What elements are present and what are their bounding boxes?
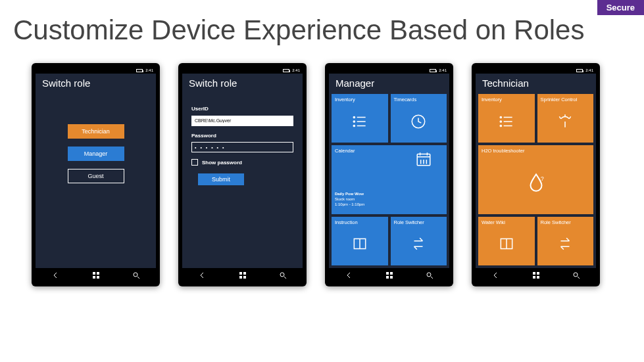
svg-point-10 [280,273,284,277]
svg-point-14 [353,121,355,122]
windows-icon[interactable] [385,271,393,279]
back-icon[interactable] [492,271,500,279]
userid-input[interactable] [191,116,293,126]
svg-line-5 [137,277,139,279]
technician-button[interactable]: Technician [68,124,124,139]
submit-button[interactable]: Submit [198,173,244,185]
nav-bar [36,268,156,283]
svg-rect-29 [390,272,393,275]
tile-label: Water Wiki [482,219,532,225]
tile-instruction[interactable]: Instruction [332,217,388,265]
status-bar: 2:41 [182,67,303,74]
svg-line-11 [284,277,286,279]
svg-point-34 [500,116,501,118]
nav-bar [329,268,449,283]
screen-title: Switch role [182,74,303,91]
tile-grid: Inventory Timecards Calendar Daily Pow W… [329,91,449,268]
tile-h2o-troubleshooter[interactable]: H2O troubleshooter ? [478,145,593,214]
tile-inventory[interactable]: Inventory [332,94,388,143]
back-icon[interactable] [345,271,353,279]
svg-point-16 [353,125,355,126]
switch-icon [541,225,591,263]
list-icon [335,102,385,140]
page-title: Customize Device Experience Based on Rol… [0,0,644,46]
back-icon[interactable] [199,271,207,279]
svg-point-36 [500,121,501,122]
svg-point-4 [134,273,137,277]
calendar-icon [414,150,433,168]
password-input[interactable] [191,142,293,152]
screen: Switch role Technician Manager Guest [36,74,156,268]
svg-line-52 [578,277,580,279]
svg-rect-8 [239,276,242,279]
phone-switch-role-buttons: 2:41 Switch role Technician Manager Gues… [32,63,160,286]
svg-rect-6 [239,272,242,275]
tile-sprinkler-control[interactable]: Sprinkler Control [537,94,594,143]
tile-water-wiki[interactable]: Water Wiki [478,217,535,265]
svg-point-51 [574,273,578,277]
svg-line-41 [560,116,561,118]
tile-inventory[interactable]: Inventory [478,94,535,143]
tile-label: Instruction [335,219,385,225]
search-icon[interactable] [132,271,140,279]
tile-label: Role Switcher [541,219,591,225]
tile-timecards[interactable]: Timecards [391,94,447,143]
windows-icon[interactable] [92,271,100,279]
windows-icon[interactable] [239,271,247,279]
status-time: 2:41 [292,68,300,72]
show-password-checkbox[interactable] [191,159,198,166]
show-password-row[interactable]: Show password [191,159,293,166]
svg-rect-0 [93,272,95,275]
svg-rect-50 [537,276,539,279]
battery-icon [136,69,143,72]
svg-line-33 [431,277,433,279]
screen-title: Manager [329,74,449,91]
search-icon[interactable] [279,271,287,279]
list-icon [482,102,532,140]
sprinkler-icon [541,102,591,140]
svg-rect-1 [97,272,99,275]
show-password-label: Show password [202,160,242,166]
screen: Manager Inventory Timecards Calendar Dai… [329,74,449,268]
tile-label: Sprinkler Control [541,97,591,102]
nav-bar [476,268,596,283]
water-drop-icon: ? [482,154,590,211]
password-label: Password [191,133,293,139]
windows-icon[interactable] [532,271,540,279]
svg-rect-3 [97,276,99,279]
svg-rect-9 [243,276,246,279]
login-form: UserID Password Show password Submit [182,91,303,185]
svg-rect-31 [390,276,393,279]
search-icon[interactable] [426,271,433,279]
manager-button[interactable]: Manager [68,147,124,161]
battery-icon [576,69,583,72]
svg-point-38 [500,125,501,126]
book-icon [335,225,385,263]
secure-badge: Secure [597,0,644,15]
phone-switch-role-login: 2:41 Switch role UserID Password Show pa… [178,63,307,286]
tile-role-switcher[interactable]: Role Switcher [537,217,594,265]
tile-label: Role Switcher [394,219,444,225]
battery-icon [283,69,289,72]
svg-rect-49 [533,276,535,279]
nav-bar [182,268,303,283]
battery-icon [430,69,436,72]
guest-button[interactable]: Guest [68,169,124,183]
svg-rect-2 [93,276,95,279]
status-bar: 2:41 [36,67,156,74]
phone-manager: 2:41 Manager Inventory Timecards Calenda… [325,63,453,286]
svg-rect-48 [537,272,539,275]
svg-point-32 [427,273,431,277]
tile-label: Inventory [335,97,385,102]
search-icon[interactable] [572,271,580,279]
tile-role-switcher[interactable]: Role Switcher [391,217,447,265]
tile-grid: Inventory Sprinkler Control H2O troubles… [476,91,596,268]
tile-label: Timecards [394,97,444,102]
tile-calendar[interactable]: Calendar Daily Pow Wow Stock room 1:10pm… [332,145,447,214]
screen: Switch role UserID Password Show passwor… [182,74,303,268]
svg-line-43 [570,116,571,118]
back-icon[interactable] [52,271,60,279]
role-button-group: Technician Manager Guest [36,91,156,183]
status-bar: 2:41 [476,67,596,74]
phone-technician: 2:41 Technician Inventory Sprinkler Cont… [472,63,600,286]
